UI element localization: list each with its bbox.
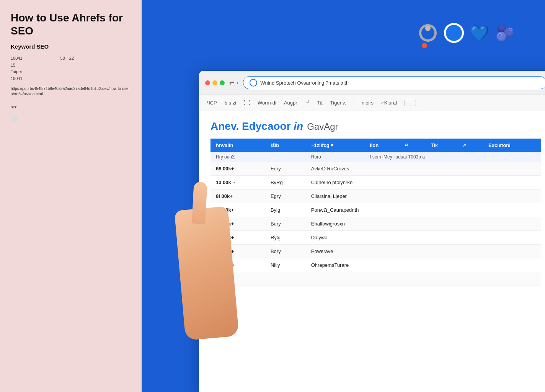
cell-kd: Egry [265,189,306,203]
icon-blue-circle [444,23,464,43]
col-header-3: ~1zlifcg ▾ [306,139,364,152]
cell-keyword: Cllarsinal Ljeper [306,189,541,203]
col-header-7: ↗ [457,139,483,152]
toolbar-item-2[interactable]: b s zi [225,100,236,106]
cell-kd: Bylg [265,203,306,217]
minimize-button[interactable] [212,80,217,85]
cell-volume: 13 00k→ [210,176,265,189]
table-row: 82 00k+ Bury Ehalfowigrosxn [210,217,541,231]
cell-keyword: Dalywo [306,231,541,245]
toolbar-item-1[interactable]: ЧCP [207,100,217,106]
toolbar-share[interactable]: ⛶ [244,100,250,106]
cell-volume: 8l 00k+ [210,189,265,203]
seo-tag: seo [11,105,131,109]
back-icon[interactable]: ⇄ [229,79,234,87]
meta-info: 10041 50 22 15 Taipei 10041 [11,55,131,82]
icon-swirl [418,23,438,43]
col-header-6: Tlк [426,139,457,152]
address-text: Wnind Sprotech Ovsarroning ?mats αitl [260,80,540,86]
toolbar-tigerv[interactable]: Tigenv. [330,100,346,106]
toolbar-klural[interactable]: ⌐Klural [381,100,397,106]
cell-kd: Bury [265,217,306,231]
subheader-left: Hry ounΣ [210,152,306,162]
page-title: How to Use Ahrefs for SEO [11,11,131,37]
cell-kd: Rylg [265,231,306,245]
content-title-blue: Anev. Edycaoor in [210,120,303,132]
cell-keyword [306,272,541,286]
cell-kd: ByRg [265,176,306,189]
browser-chrome: ⇄ › Wnind Sprotech Ovsarroning ?mats αit… [199,71,545,95]
toolbar-augpr[interactable]: Augpr [284,100,297,106]
subheader-mid: Roro [306,152,364,162]
subheader-right: I sem IMey iluduai T003b a [364,152,541,162]
toolbar-fork: ⑂ [305,99,309,107]
close-button[interactable] [205,80,210,85]
keyword-label: Keyword SEO [11,43,131,50]
hand-pointer-image [180,208,249,354]
col-header-8: Excietoni [483,139,541,152]
toolbar-worn-ji[interactable]: Worm-di [258,100,276,106]
content-title-sub: GavAgr [307,121,338,132]
cell-volume: 68 00k+ [210,162,265,176]
content-title-row: Anev. Edycaoor in GavAgr [210,120,541,132]
toolbar-nloirs[interactable]: nloirs [362,100,374,106]
main-area: 💙 🫐 ⇄ › Wnind Sprotech Ovsarroning ?mats… [142,0,545,392]
top-icons-row: 💙 🫐 [418,23,514,43]
hand-shape [174,206,239,341]
col-header-2: ls̄lb [265,139,306,152]
browser-toolbar: ЧCP b s zi ⛶ Worm-di Augpr ⑂ Tā Tigenv. … [199,95,545,111]
keyword-table: hnvalin ls̄lb ~1zlifcg ▾ lion ↵ Tlк ↗ Ex… [210,139,541,286]
toolbar-divider [354,99,354,107]
cell-kd: Nilly [265,258,306,272]
col-header-4: lion [364,139,399,152]
traffic-lights [205,80,225,85]
browser-content: Anev. Edycaoor in GavAgr hnvalin ls̄lb ~… [199,111,545,295]
red-dot [422,43,427,48]
sidebar: How to Use Ahrefs for SEO Keyword SEO 10… [0,0,142,392]
table-row: 17 00k+ Rylg Dalywo [210,231,541,245]
tag-icon [11,114,18,122]
swirl-icon [418,23,438,43]
finger-shape [192,181,207,224]
cell-kd: Eory [265,162,306,176]
cell-keyword: OhrepemsTurare [306,258,541,272]
address-bar[interactable]: Wnind Sprotech Ovsarroning ?mats αitl [243,76,545,89]
cell-keyword: AvkeD RuCroves [306,162,541,176]
loading-indicator [250,79,257,87]
col-header-5: ↵ [399,139,426,152]
maximize-button[interactable] [220,80,225,85]
table-row: 13 00k→ ByRg ClqneI-lo ptolynrke [210,176,541,189]
cell-kd [265,272,306,286]
icon-avocado: 🫐 [495,24,514,42]
page-url: https://pub-5c454f571b8e40a3a2aad27ade84… [11,86,131,97]
nav-buttons: ⇄ › [229,79,238,87]
svg-point-1 [425,26,431,31]
forward-icon[interactable]: › [237,79,238,86]
cell-keyword: Ehalfowigrosxn [306,217,541,231]
cell-keyword: PonwΩ_Caurapednth [306,203,541,217]
cell-keyword: Eowerave [306,245,541,258]
icon-heart: 💙 [470,24,489,42]
table-row: S0 00k+ Nilly OhrepemsTurare [210,258,541,272]
table-row: 8l 00k+ Egry Cllarsinal Ljeper [210,189,541,203]
browser-window: ⇄ › Wnind Sprotech Ovsarroning ?mats αit… [199,71,545,392]
cell-keyword: ClqneI-lo ptolynrke [306,176,541,189]
col-header-1: hnvalin [210,139,265,152]
cell-kd: Bory [265,245,306,258]
table-row: 32 00k+ Bory Eowerave [210,245,541,258]
toolbar-toggle[interactable] [405,100,416,106]
table-row: 80 00k+ Bylg PonwΩ_Caurapednth [210,203,541,217]
table-row: 68 00k+ Eory AvkeD RuCroves [210,162,541,176]
table-row: 8F 00k+ [210,272,541,286]
toolbar-ta[interactable]: Tā [317,100,323,106]
